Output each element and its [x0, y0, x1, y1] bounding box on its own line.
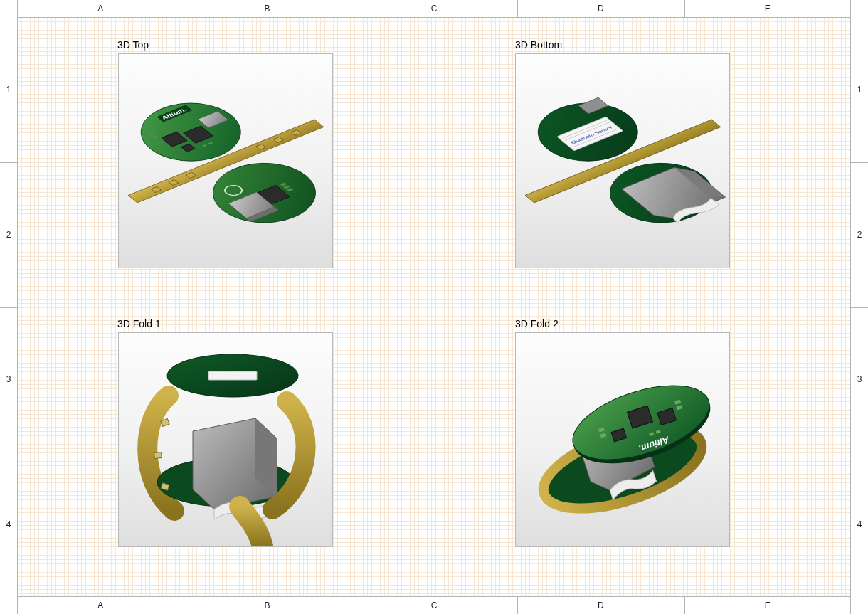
ruler-tick — [0, 307, 17, 308]
svg-rect-29 — [208, 371, 257, 380]
ruler-tick — [851, 452, 868, 452]
ruler-row-4: 4 — [0, 452, 17, 597]
render-3d-top: Altium. — [119, 54, 332, 268]
ruler-tick — [851, 307, 868, 308]
flex-ring-right — [272, 401, 306, 509]
ruler-row-2: 2 — [851, 162, 868, 307]
schematic-sheet: ABCDE ABCDE 1234 1234 3D Top 3D Bottom 3… — [0, 0, 868, 614]
ruler-row-2: 2 — [0, 162, 17, 307]
ruler-col-D: D — [517, 0, 684, 17]
ruler-col-B: B — [184, 597, 350, 614]
view-3d-fold2: Altium. — [515, 332, 730, 547]
ruler-top: ABCDE — [0, 0, 868, 18]
ruler-tick — [517, 597, 518, 614]
ruler-col-C: C — [351, 0, 517, 17]
ruler-row-4: 4 — [851, 452, 868, 597]
render-3d-fold1 — [119, 333, 332, 546]
render-3d-bottom: Bluetooth Sensor — [516, 54, 729, 268]
ruler-tick — [684, 597, 685, 614]
ruler-col-B: B — [184, 0, 350, 17]
ruler-col-E: E — [684, 597, 851, 614]
ruler-col-D: D — [517, 597, 684, 614]
ruler-row-1: 1 — [0, 17, 17, 162]
ruler-tick — [184, 0, 184, 17]
view-3d-top: Altium. — [118, 53, 333, 268]
view-label-3d-fold2: 3D Fold 2 — [515, 318, 559, 329]
ruler-tick — [184, 597, 184, 614]
render-3d-fold2: Altium. — [516, 333, 729, 546]
view-label-3d-bottom: 3D Bottom — [515, 39, 562, 51]
ruler-tick — [517, 0, 518, 17]
ruler-tick — [0, 162, 17, 163]
ruler-row-3: 3 — [0, 307, 17, 452]
ruler-col-A: A — [17, 0, 184, 17]
ruler-tick — [351, 0, 351, 17]
ruler-col-C: C — [351, 597, 517, 614]
ruler-tick — [351, 597, 351, 614]
ruler-row-3: 3 — [851, 307, 868, 452]
view-label-3d-top: 3D Top — [117, 39, 149, 51]
ruler-tick — [0, 452, 17, 452]
ruler-col-E: E — [684, 0, 851, 17]
ruler-right: 1234 — [850, 0, 868, 614]
svg-rect-34 — [154, 452, 162, 459]
view-3d-bottom: Bluetooth Sensor — [515, 53, 730, 268]
ruler-tick — [851, 162, 868, 163]
view-3d-fold1 — [118, 332, 333, 547]
ruler-left: 1234 — [0, 0, 18, 614]
ruler-tick — [684, 0, 685, 17]
ruler-bottom: ABCDE — [0, 596, 868, 614]
ruler-col-A: A — [17, 597, 184, 614]
view-label-3d-fold1: 3D Fold 1 — [117, 318, 161, 329]
ruler-row-1: 1 — [851, 17, 868, 162]
views-area: 3D Top 3D Bottom 3D Fold 1 3D Fold 2 — [17, 17, 851, 597]
